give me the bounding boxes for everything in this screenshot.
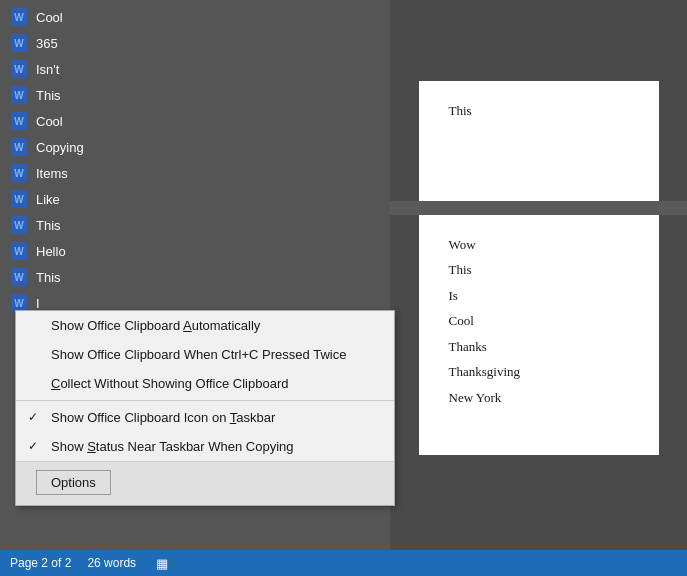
doc-page-top: This (390, 0, 687, 201)
clipboard-item-label-0: Cool (36, 10, 63, 25)
status-bar: Page 2 of 2 26 words ▦ (0, 550, 687, 576)
word-icon-inner-9 (11, 242, 27, 260)
clipboard-item-label-1: 365 (36, 36, 58, 51)
word-icon-inner-0 (11, 8, 27, 26)
doc-page2-line-3: Cool (449, 311, 629, 331)
doc-page2-line-2: Is (449, 286, 629, 306)
doc-paper-top: This (419, 81, 659, 201)
clipboard-item-label-11: I (36, 296, 40, 311)
word-icon-inner-3 (11, 86, 27, 104)
word-icon-0 (10, 8, 28, 26)
word-icon-3 (10, 86, 28, 104)
word-icon-6 (10, 164, 28, 182)
word-icon-inner-10 (11, 268, 27, 286)
doc-paper-bottom: WowThisIsCoolThanksThanksgivingNew York (419, 215, 659, 455)
clipboard-item-label-3: This (36, 88, 61, 103)
word-icon-inner-8 (11, 216, 27, 234)
clipboard-item-7[interactable]: Like (0, 186, 390, 212)
page-info: Page 2 of 2 (10, 556, 71, 570)
sidebar: Cool365Isn'tThisCoolCopyingItemsLikeThis… (0, 0, 390, 576)
doc-page2-line-6: New York (449, 388, 629, 408)
clipboard-item-0[interactable]: Cool (0, 4, 390, 30)
clipboard-item-5[interactable]: Copying (0, 134, 390, 160)
menu-show-auto[interactable]: Show Office Clipboard Automatically (16, 311, 394, 340)
doc-line-this: This (449, 101, 472, 121)
word-icon-10 (10, 268, 28, 286)
clipboard-item-10[interactable]: This (0, 264, 390, 290)
proofing-icon[interactable]: ▦ (156, 556, 168, 571)
word-icon-1 (10, 34, 28, 52)
clipboard-item-label-2: Isn't (36, 62, 59, 77)
clipboard-item-label-10: This (36, 270, 61, 285)
word-icon-inner-5 (11, 138, 27, 156)
clipboard-item-label-7: Like (36, 192, 60, 207)
doc-page2-line-0: Wow (449, 235, 629, 255)
menu-show-status[interactable]: Show Status Near Taskbar When Copying (16, 432, 394, 461)
word-count: 26 words (87, 556, 136, 570)
clipboard-item-label-9: Hello (36, 244, 66, 259)
word-icon-inner-6 (11, 164, 27, 182)
doc-page2-line-1: This (449, 260, 629, 280)
clipboard-item-label-4: Cool (36, 114, 63, 129)
clipboard-item-4[interactable]: Cool (0, 108, 390, 134)
doc-page2-line-5: Thanksgiving (449, 362, 629, 382)
clipboard-item-label-5: Copying (36, 140, 84, 155)
word-icon-inner-2 (11, 60, 27, 78)
doc-area: This WowThisIsCoolThanksThanksgivingNew … (390, 0, 687, 576)
clipboard-item-3[interactable]: This (0, 82, 390, 108)
doc-page-bottom: WowThisIsCoolThanksThanksgivingNew York (390, 215, 687, 576)
word-icon-5 (10, 138, 28, 156)
word-icon-9 (10, 242, 28, 260)
app-container: Cool365Isn'tThisCoolCopyingItemsLikeThis… (0, 0, 687, 576)
clipboard-item-2[interactable]: Isn't (0, 56, 390, 82)
word-icon-inner-1 (11, 34, 27, 52)
clipboard-item-8[interactable]: This (0, 212, 390, 238)
options-button[interactable]: Options (36, 470, 111, 495)
menu-show-ctrl[interactable]: Show Office Clipboard When Ctrl+C Presse… (16, 340, 394, 369)
doc-page2-line-4: Thanks (449, 337, 629, 357)
clipboard-item-9[interactable]: Hello (0, 238, 390, 264)
word-icon-7 (10, 190, 28, 208)
clipboard-item-6[interactable]: Items (0, 160, 390, 186)
menu-collect[interactable]: Collect Without Showing Office Clipboard (16, 369, 394, 398)
clipboard-item-1[interactable]: 365 (0, 30, 390, 56)
page-break-bar (390, 201, 687, 215)
word-icon-4 (10, 112, 28, 130)
menu-show-icon[interactable]: Show Office Clipboard Icon on Taskbar (16, 403, 394, 432)
word-icon-inner-7 (11, 190, 27, 208)
clipboard-item-label-8: This (36, 218, 61, 233)
menu-divider-1 (16, 400, 394, 401)
clipboard-item-label-6: Items (36, 166, 68, 181)
word-icon-inner-4 (11, 112, 27, 130)
word-icon-8 (10, 216, 28, 234)
context-menu: Show Office Clipboard Automatically Show… (15, 310, 395, 506)
word-icon-2 (10, 60, 28, 78)
